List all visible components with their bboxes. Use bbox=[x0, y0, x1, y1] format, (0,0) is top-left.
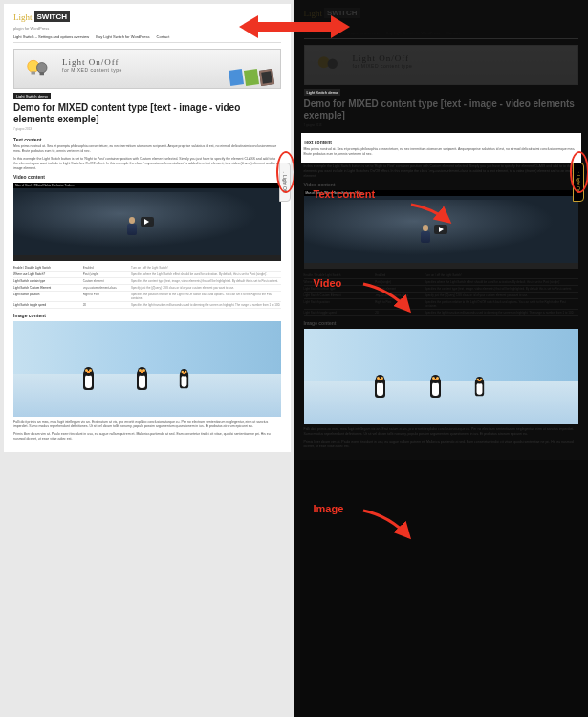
svg-rect-3 bbox=[40, 72, 45, 75]
table-row: Enable / Disable Light SwitchEnabledTurn… bbox=[13, 265, 281, 272]
demo-badge: Light Switch demo bbox=[13, 93, 51, 99]
arrow-icon bbox=[361, 507, 419, 549]
nav-buy[interactable]: Buy Light Switch for WordPress bbox=[96, 34, 149, 39]
banner-title: Light On/Off bbox=[62, 57, 122, 67]
light-mode-panel: Light SWITCH plugin for WordPress Light … bbox=[0, 0, 294, 717]
image-heading: Image content bbox=[13, 313, 281, 318]
bottom-para-2: Primis liber dicam vim at. Paulo exerri … bbox=[13, 432, 281, 442]
label-image: Image bbox=[314, 503, 344, 514]
content-image bbox=[304, 329, 579, 424]
nav-settings[interactable]: Light Switch – Settings and options over… bbox=[13, 34, 89, 39]
table-row: Light Switch Custom Element.my-custom-el… bbox=[13, 285, 281, 292]
svg-point-1 bbox=[37, 63, 48, 74]
video-controls[interactable] bbox=[13, 255, 281, 261]
highlighted-text-block: Text content Mea prima nostrud at. Sea e… bbox=[301, 133, 582, 163]
text-para-1: Mea prima nostrud at. Sea et prompta phi… bbox=[13, 144, 281, 154]
banner: Light On/Off for MIXED content type bbox=[13, 49, 281, 89]
label-video: Video bbox=[314, 277, 342, 289]
annotation-oval bbox=[276, 151, 295, 193]
settings-table: Enable / Disable Light SwitchEnabledTurn… bbox=[13, 265, 281, 309]
label-text: Text content bbox=[314, 188, 376, 200]
play-icon[interactable] bbox=[141, 217, 154, 227]
table-row: Light Switch positionRight to PostSpecif… bbox=[13, 292, 281, 302]
banner-subtitle: for MIXED content type bbox=[62, 67, 122, 73]
media-type-icons bbox=[229, 70, 274, 86]
settings-table: Enable / Disable Light SwitchEnabledTurn… bbox=[304, 272, 579, 316]
lightbulb-icon bbox=[24, 55, 53, 85]
page-title: Demo for MIXED content type [text - imag… bbox=[304, 98, 579, 121]
arrow-icon bbox=[409, 201, 457, 233]
table-row: Light Switch contain typeCustom elementS… bbox=[13, 278, 281, 285]
video-heading: Video content bbox=[13, 174, 281, 180]
video-title: Man of Steel - Official Nokia Exclusive … bbox=[13, 183, 281, 188]
table-row: Light Switch toggle speed20Specifies the… bbox=[13, 302, 281, 309]
post-date: 7 giugno 2013 bbox=[13, 127, 281, 131]
annotation-oval bbox=[570, 151, 588, 193]
text-para-2: In this exemple the Light Switch button … bbox=[13, 157, 281, 171]
page-title: Demo for MIXED content type [text - imag… bbox=[13, 102, 281, 125]
arrow-icon bbox=[361, 280, 419, 322]
page-light: Light SWITCH plugin for WordPress Light … bbox=[4, 4, 291, 452]
text-heading: Text content bbox=[13, 137, 281, 142]
compare-arrow-icon bbox=[237, 8, 352, 50]
nav-contact[interactable]: Contact bbox=[157, 34, 170, 39]
svg-point-5 bbox=[327, 59, 338, 70]
svg-rect-2 bbox=[32, 72, 36, 75]
video-player[interactable]: Man of Steel - Official Nokia Exclusive … bbox=[13, 183, 281, 261]
content-image bbox=[13, 321, 281, 417]
bottom-para-1: Falli dicit primis an mea, mea fugit int… bbox=[13, 420, 281, 429]
dark-mode-panel: Light SWITCH plugin for WordPress Light … bbox=[294, 0, 589, 717]
table-row: Where use Light Switch?Post (single)Spec… bbox=[13, 272, 281, 278]
banner: Light On/Offfor MIXED content type bbox=[304, 45, 579, 85]
